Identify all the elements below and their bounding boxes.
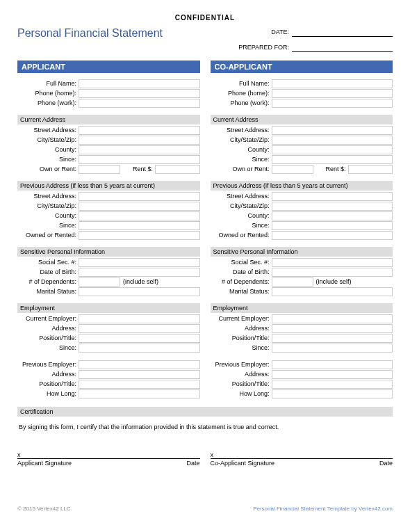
- label-co-prev-since: Since:: [211, 222, 272, 229]
- label-rent-amt: Rent $:: [120, 166, 155, 172]
- input-phone-work[interactable]: [79, 99, 200, 108]
- coapplicant-sig-date-label: Date: [358, 460, 393, 467]
- input-ssn[interactable]: [79, 258, 200, 267]
- applicant-signature-line[interactable]: [17, 458, 200, 459]
- applicant-sig-label: Applicant Signature: [17, 460, 165, 467]
- label-prev-street: Street Address:: [17, 193, 79, 200]
- input-co-prev-emp-address[interactable]: [272, 370, 393, 379]
- input-co-owned-rented[interactable]: [272, 231, 393, 240]
- input-co-emp-since[interactable]: [272, 344, 393, 353]
- input-prev-csz[interactable]: [79, 202, 200, 211]
- input-county[interactable]: [79, 145, 200, 154]
- input-dependents[interactable]: [79, 277, 120, 287]
- label-co-since: Since:: [211, 156, 272, 163]
- input-co-prev-street[interactable]: [272, 192, 393, 201]
- input-dob[interactable]: [79, 268, 200, 277]
- input-prev-street[interactable]: [79, 192, 200, 201]
- input-since[interactable]: [79, 155, 200, 164]
- label-co-dob: Date of Birth:: [211, 268, 272, 275]
- input-prev-employer[interactable]: [79, 360, 200, 369]
- input-co-prev-county[interactable]: [272, 211, 393, 220]
- section-certification: Certification: [17, 407, 393, 417]
- coapplicant-signature-line[interactable]: [211, 458, 393, 459]
- label-ssn: Social Sec. #:: [17, 259, 79, 266]
- input-co-county[interactable]: [272, 145, 393, 154]
- label-co-csz: City/State/Zip:: [211, 136, 272, 143]
- input-prev-since[interactable]: [79, 221, 200, 230]
- input-co-ssn[interactable]: [272, 258, 393, 267]
- label-dob: Date of Birth:: [17, 268, 79, 275]
- input-co-cur-employer[interactable]: [272, 314, 393, 323]
- label-co-county: County:: [211, 146, 272, 153]
- input-full-name[interactable]: [79, 79, 200, 88]
- label-dependents: # of Dependents:: [17, 278, 79, 285]
- input-own-rent[interactable]: [79, 165, 120, 174]
- section-co-current-address: Current Address: [211, 115, 393, 124]
- label-co-full-name: Full Name:: [211, 80, 272, 87]
- input-co-marital[interactable]: [272, 287, 393, 296]
- input-co-csz[interactable]: [272, 136, 393, 145]
- label-co-cur-employer: Current Employer:: [211, 315, 272, 322]
- label-co-prev-position: Position/Title:: [211, 380, 272, 387]
- input-co-street[interactable]: [272, 126, 393, 135]
- section-current-address: Current Address: [17, 115, 200, 124]
- input-co-prev-csz[interactable]: [272, 202, 393, 211]
- label-prev-county: County:: [17, 212, 79, 219]
- label-co-phone-work: Phone (work):: [211, 99, 272, 106]
- input-position[interactable]: [79, 334, 200, 343]
- input-co-phone-home[interactable]: [272, 89, 393, 98]
- applicant-column: APPLICANT Full Name: Phone (home): Phone…: [17, 61, 200, 398]
- coapplicant-column: CO-APPLICANT Full Name: Phone (home): Ph…: [211, 61, 393, 398]
- label-emp-address: Address:: [17, 325, 79, 332]
- label-co-own-rent: Own or Rent:: [211, 166, 272, 172]
- input-marital[interactable]: [79, 287, 200, 296]
- label-how-long: How Long:: [17, 390, 79, 397]
- label-prev-employer: Previous Employer:: [17, 361, 79, 368]
- input-emp-since[interactable]: [79, 344, 200, 353]
- label-emp-since: Since:: [17, 344, 79, 351]
- label-co-prev-csz: City/State/Zip:: [211, 202, 272, 209]
- date-label: DATE:: [271, 29, 289, 35]
- input-co-prev-since[interactable]: [272, 221, 393, 230]
- input-co-prev-employer[interactable]: [272, 360, 393, 369]
- input-prev-county[interactable]: [79, 211, 200, 220]
- input-emp-address[interactable]: [79, 324, 200, 333]
- input-owned-rented[interactable]: [79, 231, 200, 240]
- input-street[interactable]: [79, 126, 200, 135]
- input-co-phone-work[interactable]: [272, 99, 393, 108]
- date-input[interactable]: [292, 27, 393, 37]
- label-co-emp-address: Address:: [211, 325, 272, 332]
- label-marital: Marital Status:: [17, 288, 79, 295]
- section-prev-address: Previous Address (if less than 5 years a…: [17, 181, 200, 191]
- input-co-full-name[interactable]: [272, 79, 393, 88]
- input-prev-emp-address[interactable]: [79, 370, 200, 379]
- label-full-name: Full Name:: [17, 80, 79, 87]
- label-co-owned-rented: Owned or Rented:: [211, 232, 272, 239]
- input-how-long[interactable]: [79, 389, 200, 398]
- input-co-own-rent[interactable]: [272, 165, 313, 174]
- input-co-since[interactable]: [272, 155, 393, 164]
- input-co-emp-address[interactable]: [272, 324, 393, 333]
- input-co-rent-amt[interactable]: [348, 165, 393, 174]
- page-title: Personal Financial Statement: [17, 27, 271, 40]
- input-csz[interactable]: [79, 136, 200, 145]
- prepared-for-input[interactable]: [292, 42, 393, 52]
- input-cur-employer[interactable]: [79, 314, 200, 323]
- input-phone-home[interactable]: [79, 89, 200, 98]
- input-co-position[interactable]: [272, 334, 393, 343]
- footer-template-link: Personal Financial Statement Template by…: [253, 506, 393, 512]
- section-co-sensitive: Sensitive Personal Information: [211, 247, 393, 257]
- input-co-dependents[interactable]: [272, 277, 313, 287]
- input-co-dob[interactable]: [272, 268, 393, 277]
- input-co-how-long[interactable]: [272, 389, 393, 398]
- label-co-position: Position/Title:: [211, 334, 272, 341]
- label-co-prev-county: County:: [211, 212, 272, 219]
- applicant-signature-block: x Applicant SignatureDate: [17, 451, 200, 467]
- input-prev-position[interactable]: [79, 380, 200, 389]
- label-phone-work: Phone (work):: [17, 99, 79, 106]
- note-co-include-self: (include self): [313, 278, 352, 285]
- input-rent-amt[interactable]: [155, 165, 200, 174]
- input-co-prev-position[interactable]: [272, 380, 393, 389]
- sig-x-applicant: x: [17, 451, 200, 458]
- label-own-rent: Own or Rent:: [17, 166, 79, 172]
